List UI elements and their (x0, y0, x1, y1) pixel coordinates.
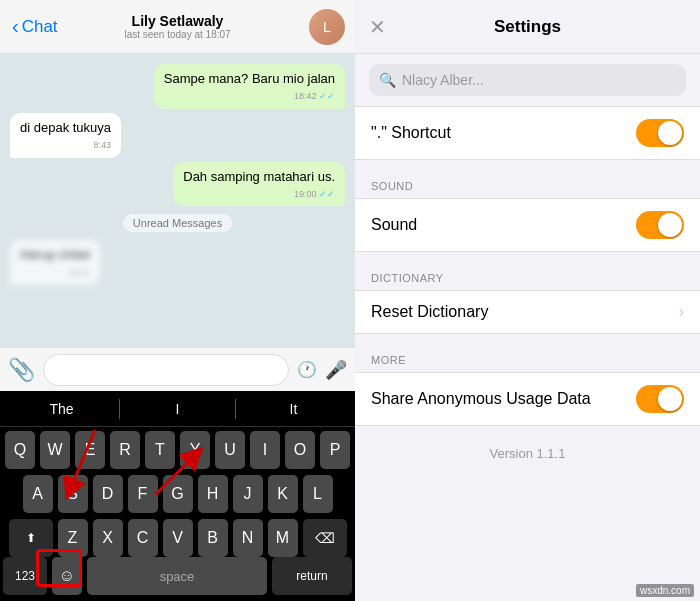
settings-section-more: MORE Share Anonymous Usage Data (355, 354, 700, 426)
contact-name: Lily Setlawaly (132, 13, 224, 29)
suggestion-the[interactable]: The (4, 397, 119, 421)
key-c[interactable]: C (128, 519, 158, 557)
anonymous-data-label: Share Anonymous Usage Data (371, 390, 636, 408)
settings-section-dictionary: DICTIONARY Reset Dictionary › (355, 272, 700, 334)
settings-row-shortcut: "." Shortcut (355, 107, 700, 159)
chat-header-center: Lily Setlawaly last seen today at 18:07 (124, 13, 230, 40)
settings-version: Version 1.1.1 (355, 426, 700, 481)
key-n[interactable]: N (233, 519, 263, 557)
key-row-2: A S D F G H J K L (3, 475, 352, 513)
key-e[interactable]: E (75, 431, 105, 469)
more-section-header: MORE (355, 354, 700, 372)
key-f[interactable]: F (128, 475, 158, 513)
attach-icon[interactable]: 📎 (8, 357, 35, 383)
search-placeholder: Nlacy Alber... (402, 72, 484, 88)
settings-row-sound: Sound (355, 199, 700, 251)
key-return[interactable]: return (272, 557, 352, 595)
key-z[interactable]: Z (58, 519, 88, 557)
avatar-initial: L (323, 19, 331, 35)
settings-group-more: Share Anonymous Usage Data (355, 372, 700, 426)
key-y[interactable]: Y (180, 431, 210, 469)
key-row-1: Q W E R T Y U I O P (3, 431, 352, 469)
keyboard: The I It Q W E R T Y U I O P A S (0, 391, 355, 601)
key-k[interactable]: K (268, 475, 298, 513)
key-h[interactable]: H (198, 475, 228, 513)
key-x[interactable]: X (93, 519, 123, 557)
key-r[interactable]: R (110, 431, 140, 469)
shortcut-label: "." Shortcut (371, 124, 636, 142)
unread-divider: Unread Messages (123, 214, 232, 232)
key-numbers[interactable]: 123 (3, 557, 47, 595)
back-label: Chat (22, 17, 58, 37)
key-a[interactable]: A (23, 475, 53, 513)
message-text: Herup chitet (20, 247, 90, 262)
keyboard-suggestions: The I It (0, 391, 355, 427)
chat-input-bar: 📎 🕐 🎤 (0, 347, 355, 391)
message-bubble: di depak tukuya 8:43 (10, 113, 121, 158)
key-u[interactable]: U (215, 431, 245, 469)
message-text: Dah samping matahari us. (183, 169, 335, 184)
keyboard-bottom-row: 123 ☺ space return (0, 557, 355, 601)
settings-row-anonymous-data: Share Anonymous Usage Data (355, 373, 700, 425)
key-b[interactable]: B (198, 519, 228, 557)
settings-close-button[interactable]: ✕ (369, 15, 386, 39)
toggle-knob (658, 121, 682, 145)
key-j[interactable]: J (233, 475, 263, 513)
key-p[interactable]: P (320, 431, 350, 469)
message-time: 8:43 (20, 139, 111, 152)
key-t[interactable]: T (145, 431, 175, 469)
toggle-knob (658, 213, 682, 237)
mic-icon[interactable]: 🎤 (325, 359, 347, 381)
shortcut-toggle[interactable] (636, 119, 684, 147)
key-row-3: ⬆ Z X C V B N M ⌫ (3, 519, 352, 557)
key-s[interactable]: S (58, 475, 88, 513)
chat-header: ‹ Chat Lily Setlawaly last seen today at… (0, 0, 355, 54)
keyboard-rows: Q W E R T Y U I O P A S D F G H J K (0, 427, 355, 557)
watermark: wsxdn.com (636, 584, 694, 597)
message-time: 19:01 (20, 267, 90, 280)
settings-search-bar[interactable]: 🔍 Nlacy Alber... (369, 64, 686, 96)
key-d[interactable]: D (93, 475, 123, 513)
sound-section-header: SOUND (355, 180, 700, 198)
key-v[interactable]: V (163, 519, 193, 557)
message-bubble: Dah samping matahari us. 19:00 ✓✓ (173, 162, 345, 207)
settings-header: ✕ Settings (355, 0, 700, 54)
anonymous-data-toggle[interactable] (636, 385, 684, 413)
settings-title: Settings (494, 17, 561, 37)
message-input[interactable] (43, 354, 289, 386)
key-g[interactable]: G (163, 475, 193, 513)
search-icon: 🔍 (379, 72, 396, 88)
suggestion-it[interactable]: It (236, 397, 351, 421)
sound-label: Sound (371, 216, 636, 234)
settings-panel: ✕ Settings 🔍 Nlacy Alber... "." Shortcut… (355, 0, 700, 601)
message-time: 18:42 ✓✓ (164, 90, 335, 103)
chat-messages: Sampe mana? Baru mio jalan 18:42 ✓✓ di d… (0, 54, 355, 347)
dictionary-section-header: DICTIONARY (355, 272, 700, 290)
key-emoji[interactable]: ☺ (52, 557, 82, 595)
settings-group-dictionary: Reset Dictionary › (355, 290, 700, 334)
settings-group-shortcut: "." Shortcut (355, 106, 700, 160)
key-q[interactable]: Q (5, 431, 35, 469)
settings-section-sound: SOUND Sound (355, 180, 700, 252)
clock-icon: 🕐 (297, 360, 317, 379)
key-o[interactable]: O (285, 431, 315, 469)
back-button[interactable]: ‹ Chat (12, 15, 58, 38)
message-bubble: Herup chitet 19:01 (10, 240, 100, 285)
sound-toggle[interactable] (636, 211, 684, 239)
avatar[interactable]: L (309, 9, 345, 45)
suggestion-i[interactable]: I (120, 397, 235, 421)
contact-status: last seen today at 18:07 (124, 29, 230, 40)
settings-group-sound: Sound (355, 198, 700, 252)
toggle-knob (658, 387, 682, 411)
key-w[interactable]: W (40, 431, 70, 469)
message-time: 19:00 ✓✓ (183, 188, 335, 201)
key-m[interactable]: M (268, 519, 298, 557)
key-space[interactable]: space (87, 557, 267, 595)
key-l[interactable]: L (303, 475, 333, 513)
key-delete[interactable]: ⌫ (303, 519, 347, 557)
message-text: Sampe mana? Baru mio jalan (164, 71, 335, 86)
key-shift[interactable]: ⬆ (9, 519, 53, 557)
key-i[interactable]: I (250, 431, 280, 469)
settings-row-reset-dictionary[interactable]: Reset Dictionary › (355, 291, 700, 333)
message-text: di depak tukuya (20, 120, 111, 135)
